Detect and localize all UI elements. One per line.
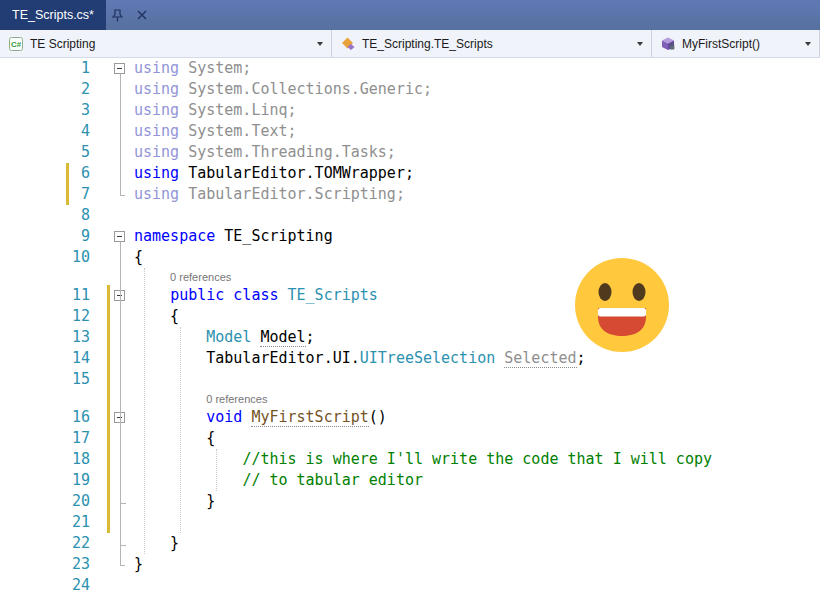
code-editor[interactable]: 1using System;2using System.Collections.… bbox=[0, 58, 820, 600]
code-token: MyFirstScript bbox=[251, 408, 368, 427]
outlining-margin bbox=[96, 407, 134, 428]
code-text: { bbox=[134, 428, 820, 449]
code-text: using System.Text; bbox=[134, 121, 820, 142]
outlining-margin bbox=[96, 247, 134, 268]
line-number[interactable]: 7 bbox=[0, 184, 96, 205]
code-token: using bbox=[134, 143, 179, 161]
class-dropdown[interactable]: TE_Scripting.TE_Scripts bbox=[332, 30, 652, 57]
line-number[interactable]: 8 bbox=[0, 205, 96, 226]
line-number[interactable]: 18 bbox=[0, 449, 96, 470]
line-number[interactable]: 14 bbox=[0, 348, 96, 369]
code-token: System; bbox=[179, 59, 251, 77]
line-number[interactable]: 1 bbox=[0, 58, 96, 79]
code-text: { bbox=[134, 247, 820, 268]
smiley-face-sticker bbox=[572, 255, 672, 355]
line-number[interactable]: 24 bbox=[0, 575, 96, 596]
line-number bbox=[0, 268, 96, 285]
outlining-margin bbox=[96, 470, 134, 491]
line-number[interactable]: 5 bbox=[0, 142, 96, 163]
unsaved-change-bar bbox=[66, 163, 69, 184]
line-number[interactable]: 21 bbox=[0, 512, 96, 533]
code-line-24[interactable]: 24 bbox=[0, 575, 820, 596]
code-text: using TabularEditor.Scripting; bbox=[134, 184, 820, 205]
chevron-down-icon bbox=[805, 42, 811, 46]
code-line-8[interactable]: 8 bbox=[0, 205, 820, 226]
line-number[interactable]: 2 bbox=[0, 79, 96, 100]
codelens-references-link[interactable]: 0 references bbox=[206, 393, 267, 405]
line-number[interactable]: 22 bbox=[0, 533, 96, 554]
code-token: { bbox=[134, 307, 179, 325]
line-number[interactable]: 4 bbox=[0, 121, 96, 142]
outlining-margin bbox=[96, 268, 134, 285]
member-dropdown[interactable]: MyFirstScript() bbox=[652, 30, 820, 57]
fold-collapse-box[interactable] bbox=[114, 63, 125, 74]
fold-collapse-box[interactable] bbox=[114, 231, 125, 242]
code-text: } bbox=[134, 554, 820, 575]
outlining-margin bbox=[96, 100, 134, 121]
outlining-margin bbox=[96, 369, 134, 390]
outlining-margin bbox=[96, 390, 134, 407]
code-text: public class TE_Scripts bbox=[134, 285, 820, 306]
line-number[interactable]: 17 bbox=[0, 428, 96, 449]
code-token: } bbox=[134, 555, 143, 573]
line-number[interactable]: 9 bbox=[0, 226, 96, 247]
code-token bbox=[134, 471, 242, 489]
indent-guide bbox=[180, 327, 181, 533]
line-number[interactable]: 19 bbox=[0, 470, 96, 491]
code-text: // to tabular editor bbox=[134, 470, 820, 491]
code-token: TabularEditor.UI. bbox=[134, 349, 360, 367]
code-token bbox=[279, 286, 288, 304]
pin-icon[interactable] bbox=[106, 0, 130, 30]
tab-te-scripts[interactable]: TE_Scripts.cs* bbox=[0, 0, 106, 30]
outlining-margin bbox=[96, 306, 134, 327]
code-token: // to tabular editor bbox=[242, 471, 423, 489]
outlining-margin bbox=[96, 491, 134, 512]
outlining-margin bbox=[96, 79, 134, 100]
line-number[interactable]: 10 bbox=[0, 247, 96, 268]
vs-editor-window: TE_Scripts.cs* C# TE Scripting bbox=[0, 0, 820, 600]
project-dropdown[interactable]: C# TE Scripting bbox=[0, 30, 332, 57]
outline-line bbox=[120, 74, 125, 196]
line-number[interactable]: 16 bbox=[0, 407, 96, 428]
code-text: using System.Linq; bbox=[134, 100, 820, 121]
code-token: { bbox=[134, 429, 215, 447]
line-number[interactable]: 12 bbox=[0, 306, 96, 327]
code-text: } bbox=[134, 533, 820, 554]
line-number[interactable]: 23 bbox=[0, 554, 96, 575]
code-token: System.Text; bbox=[179, 122, 296, 140]
codelens-references-link[interactable]: 0 references bbox=[170, 271, 231, 283]
code-text: { bbox=[134, 306, 820, 327]
outlining-margin bbox=[96, 512, 134, 533]
code-token: System.Collections.Generic; bbox=[179, 80, 432, 98]
line-number[interactable]: 11 bbox=[0, 285, 96, 306]
line-number[interactable]: 3 bbox=[0, 100, 96, 121]
code-token: using bbox=[134, 164, 179, 182]
outlining-margin bbox=[96, 533, 134, 554]
outlining-margin bbox=[96, 348, 134, 369]
code-token: public bbox=[170, 286, 224, 304]
code-text: namespace TE_Scripting bbox=[134, 226, 820, 247]
code-token: () bbox=[369, 408, 387, 426]
outline-line bbox=[120, 242, 125, 566]
outline-tick bbox=[120, 545, 126, 546]
line-number[interactable]: 20 bbox=[0, 491, 96, 512]
line-number[interactable]: 15 bbox=[0, 369, 96, 390]
code-text: Model Model; bbox=[134, 327, 820, 348]
indent-guide bbox=[216, 449, 217, 491]
outlining-margin bbox=[96, 142, 134, 163]
code-token: { bbox=[134, 248, 143, 266]
code-text: } bbox=[134, 491, 820, 512]
code-token: using bbox=[134, 80, 179, 98]
codelens-cell: 0 references bbox=[134, 390, 820, 407]
line-number[interactable]: 6 bbox=[0, 163, 96, 184]
code-text: void MyFirstScript() bbox=[134, 407, 820, 428]
method-icon bbox=[660, 36, 676, 52]
outlining-margin bbox=[96, 226, 134, 247]
line-number[interactable]: 13 bbox=[0, 327, 96, 348]
code-token: //this is where I'll write the code that… bbox=[242, 450, 712, 468]
code-token: using bbox=[134, 101, 179, 119]
outlining-margin bbox=[96, 205, 134, 226]
outlining-margin bbox=[96, 285, 134, 306]
code-token bbox=[134, 450, 242, 468]
close-icon[interactable] bbox=[130, 0, 154, 30]
